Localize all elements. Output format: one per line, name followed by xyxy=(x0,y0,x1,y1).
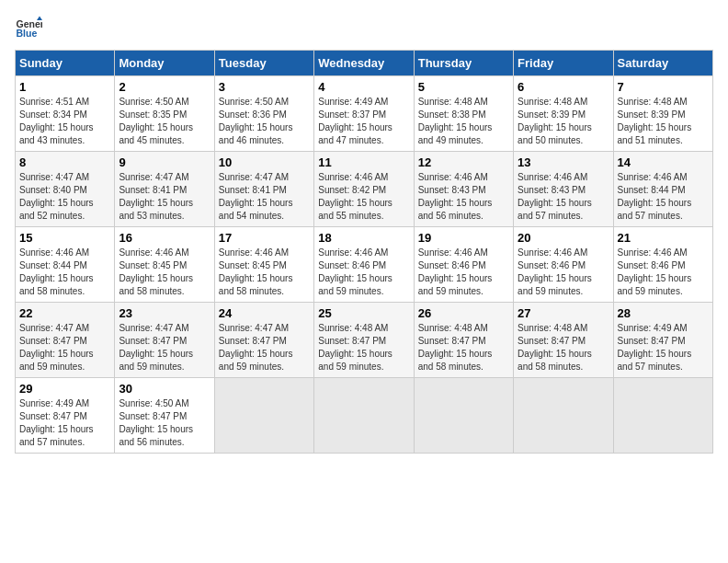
weekday-header-tuesday: Tuesday xyxy=(214,51,313,76)
weekday-header-saturday: Saturday xyxy=(613,51,712,76)
day-info: Sunrise: 4:48 AM Sunset: 8:47 PM Dayligh… xyxy=(318,322,409,373)
day-number: 26 xyxy=(418,306,509,320)
calendar-cell: 27Sunrise: 4:48 AM Sunset: 8:47 PM Dayli… xyxy=(514,303,613,378)
weekday-header-friday: Friday xyxy=(514,51,613,76)
calendar-cell: 18Sunrise: 4:46 AM Sunset: 8:46 PM Dayli… xyxy=(314,227,414,303)
day-info: Sunrise: 4:50 AM Sunset: 8:35 PM Dayligh… xyxy=(119,96,210,147)
calendar-cell: 13Sunrise: 4:46 AM Sunset: 8:43 PM Dayli… xyxy=(514,152,613,227)
day-info: Sunrise: 4:49 AM Sunset: 8:47 PM Dayligh… xyxy=(618,322,709,373)
day-info: Sunrise: 4:48 AM Sunset: 8:47 PM Dayligh… xyxy=(518,322,609,373)
day-info: Sunrise: 4:46 AM Sunset: 8:43 PM Dayligh… xyxy=(518,171,609,223)
day-info: Sunrise: 4:47 AM Sunset: 8:47 PM Dayligh… xyxy=(219,322,310,373)
calendar-cell: 11Sunrise: 4:46 AM Sunset: 8:42 PM Dayli… xyxy=(314,152,414,227)
day-number: 18 xyxy=(318,231,409,245)
calendar-cell: 3Sunrise: 4:50 AM Sunset: 8:36 PM Daylig… xyxy=(214,76,313,152)
day-number: 23 xyxy=(119,306,210,320)
weekday-header-wednesday: Wednesday xyxy=(314,51,414,76)
day-number: 20 xyxy=(518,231,609,245)
day-number: 7 xyxy=(618,80,709,94)
calendar-cell: 19Sunrise: 4:46 AM Sunset: 8:46 PM Dayli… xyxy=(414,227,513,303)
calendar-week-row: 8Sunrise: 4:47 AM Sunset: 8:40 PM Daylig… xyxy=(16,152,713,227)
day-number: 2 xyxy=(119,80,210,94)
svg-text:Blue: Blue xyxy=(17,28,38,39)
day-info: Sunrise: 4:51 AM Sunset: 8:34 PM Dayligh… xyxy=(19,96,110,147)
calendar-cell: 21Sunrise: 4:46 AM Sunset: 8:46 PM Dayli… xyxy=(613,227,712,303)
day-info: Sunrise: 4:46 AM Sunset: 8:42 PM Dayligh… xyxy=(318,171,409,223)
day-number: 6 xyxy=(518,80,609,94)
day-number: 25 xyxy=(318,306,409,320)
day-number: 27 xyxy=(518,306,609,320)
calendar-cell: 4Sunrise: 4:49 AM Sunset: 8:37 PM Daylig… xyxy=(314,76,414,152)
day-info: Sunrise: 4:48 AM Sunset: 8:39 PM Dayligh… xyxy=(618,96,709,147)
calendar-cell: 22Sunrise: 4:47 AM Sunset: 8:47 PM Dayli… xyxy=(16,303,115,378)
day-info: Sunrise: 4:47 AM Sunset: 8:41 PM Dayligh… xyxy=(219,171,310,223)
day-info: Sunrise: 4:46 AM Sunset: 8:46 PM Dayligh… xyxy=(418,247,509,298)
day-number: 14 xyxy=(618,155,709,169)
calendar-week-row: 1Sunrise: 4:51 AM Sunset: 8:34 PM Daylig… xyxy=(16,76,713,152)
calendar-cell: 23Sunrise: 4:47 AM Sunset: 8:47 PM Dayli… xyxy=(115,303,214,378)
day-info: Sunrise: 4:50 AM Sunset: 8:47 PM Dayligh… xyxy=(119,397,210,449)
calendar-cell: 7Sunrise: 4:48 AM Sunset: 8:39 PM Daylig… xyxy=(613,76,712,152)
logo-icon: General Blue xyxy=(15,15,42,42)
calendar-week-row: 15Sunrise: 4:46 AM Sunset: 8:44 PM Dayli… xyxy=(16,227,713,303)
calendar-cell: 25Sunrise: 4:48 AM Sunset: 8:47 PM Dayli… xyxy=(314,303,414,378)
weekday-header-monday: Monday xyxy=(115,51,214,76)
calendar-cell: 15Sunrise: 4:46 AM Sunset: 8:44 PM Dayli… xyxy=(16,227,115,303)
day-number: 5 xyxy=(418,80,509,94)
day-info: Sunrise: 4:46 AM Sunset: 8:44 PM Dayligh… xyxy=(618,171,709,223)
header: General Blue xyxy=(15,15,713,42)
day-info: Sunrise: 4:46 AM Sunset: 8:44 PM Dayligh… xyxy=(19,247,110,298)
calendar-week-row: 29Sunrise: 4:49 AM Sunset: 8:47 PM Dayli… xyxy=(16,378,713,454)
day-number: 3 xyxy=(219,80,310,94)
day-info: Sunrise: 4:46 AM Sunset: 8:46 PM Dayligh… xyxy=(618,247,709,298)
day-number: 15 xyxy=(19,231,110,245)
day-number: 21 xyxy=(618,231,709,245)
calendar-cell: 10Sunrise: 4:47 AM Sunset: 8:41 PM Dayli… xyxy=(214,152,313,227)
calendar-cell xyxy=(414,378,513,454)
day-info: Sunrise: 4:46 AM Sunset: 8:46 PM Dayligh… xyxy=(518,247,609,298)
day-info: Sunrise: 4:50 AM Sunset: 8:36 PM Dayligh… xyxy=(219,96,310,147)
calendar-cell: 5Sunrise: 4:48 AM Sunset: 8:38 PM Daylig… xyxy=(414,76,513,152)
weekday-header-row: SundayMondayTuesdayWednesdayThursdayFrid… xyxy=(16,51,713,76)
day-number: 12 xyxy=(418,155,509,169)
day-info: Sunrise: 4:49 AM Sunset: 8:47 PM Dayligh… xyxy=(19,397,110,449)
day-number: 1 xyxy=(19,80,110,94)
day-info: Sunrise: 4:48 AM Sunset: 8:39 PM Dayligh… xyxy=(518,96,609,147)
day-info: Sunrise: 4:46 AM Sunset: 8:43 PM Dayligh… xyxy=(418,171,509,223)
day-number: 11 xyxy=(318,155,409,169)
day-number: 10 xyxy=(219,155,310,169)
calendar-cell: 26Sunrise: 4:48 AM Sunset: 8:47 PM Dayli… xyxy=(414,303,513,378)
calendar-cell: 28Sunrise: 4:49 AM Sunset: 8:47 PM Dayli… xyxy=(613,303,712,378)
day-number: 24 xyxy=(219,306,310,320)
calendar-cell: 30Sunrise: 4:50 AM Sunset: 8:47 PM Dayli… xyxy=(115,378,214,454)
day-info: Sunrise: 4:47 AM Sunset: 8:41 PM Dayligh… xyxy=(119,171,210,223)
day-number: 22 xyxy=(19,306,110,320)
day-number: 30 xyxy=(119,382,210,396)
day-number: 13 xyxy=(518,155,609,169)
logo: General Blue xyxy=(15,15,42,42)
day-number: 4 xyxy=(318,80,409,94)
day-number: 8 xyxy=(19,155,110,169)
day-number: 16 xyxy=(119,231,210,245)
calendar-week-row: 22Sunrise: 4:47 AM Sunset: 8:47 PM Dayli… xyxy=(16,303,713,378)
day-info: Sunrise: 4:46 AM Sunset: 8:46 PM Dayligh… xyxy=(318,247,409,298)
calendar-table: SundayMondayTuesdayWednesdayThursdayFrid… xyxy=(15,50,713,454)
calendar-cell: 1Sunrise: 4:51 AM Sunset: 8:34 PM Daylig… xyxy=(16,76,115,152)
calendar-cell: 29Sunrise: 4:49 AM Sunset: 8:47 PM Dayli… xyxy=(16,378,115,454)
calendar-cell: 24Sunrise: 4:47 AM Sunset: 8:47 PM Dayli… xyxy=(214,303,313,378)
day-info: Sunrise: 4:47 AM Sunset: 8:40 PM Dayligh… xyxy=(19,171,110,223)
day-info: Sunrise: 4:47 AM Sunset: 8:47 PM Dayligh… xyxy=(119,322,210,373)
day-number: 29 xyxy=(19,382,110,396)
day-info: Sunrise: 4:49 AM Sunset: 8:37 PM Dayligh… xyxy=(318,96,409,147)
calendar-cell: 12Sunrise: 4:46 AM Sunset: 8:43 PM Dayli… xyxy=(414,152,513,227)
calendar-cell xyxy=(314,378,414,454)
calendar-cell xyxy=(214,378,313,454)
day-number: 28 xyxy=(618,306,709,320)
calendar-cell: 6Sunrise: 4:48 AM Sunset: 8:39 PM Daylig… xyxy=(514,76,613,152)
day-number: 19 xyxy=(418,231,509,245)
weekday-header-thursday: Thursday xyxy=(414,51,513,76)
day-info: Sunrise: 4:48 AM Sunset: 8:47 PM Dayligh… xyxy=(418,322,509,373)
calendar-cell: 8Sunrise: 4:47 AM Sunset: 8:40 PM Daylig… xyxy=(16,152,115,227)
day-info: Sunrise: 4:46 AM Sunset: 8:45 PM Dayligh… xyxy=(119,247,210,298)
calendar-cell: 9Sunrise: 4:47 AM Sunset: 8:41 PM Daylig… xyxy=(115,152,214,227)
